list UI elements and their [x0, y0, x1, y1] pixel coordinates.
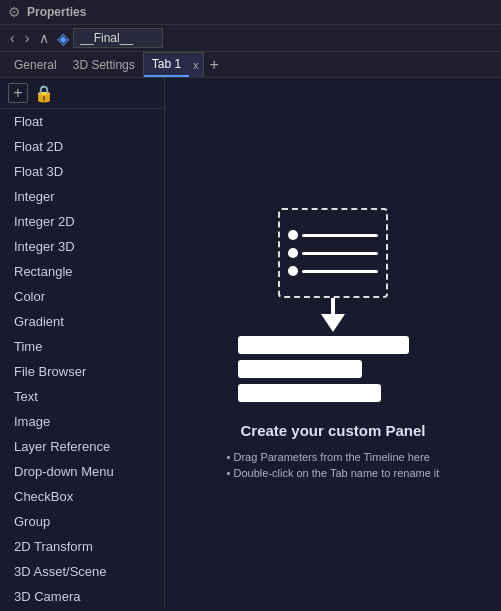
stack-icon: ◈ [57, 29, 69, 48]
sidebar: + 🔒 Float Float 2D Float 3D Integer Inte… [0, 78, 165, 609]
tabs-row: General 3D Settings Tab 1 x + [0, 52, 501, 78]
sidebar-toolbar: + 🔒 [0, 78, 164, 109]
slider-row-2 [288, 248, 378, 258]
sidebar-item-group[interactable]: Group [0, 509, 164, 534]
tab-3d-settings[interactable]: 3D Settings [65, 54, 143, 76]
slider-track-1 [302, 234, 378, 237]
sidebar-item-float[interactable]: Float [0, 109, 164, 134]
nav-back-button[interactable]: ‹ [6, 29, 19, 47]
sidebar-item-layer-reference[interactable]: Layer Reference [0, 434, 164, 459]
panel-illustration [238, 208, 428, 402]
sidebar-item-color[interactable]: Color [0, 284, 164, 309]
tab-1-close[interactable]: x [189, 57, 203, 73]
sidebar-item-float3d[interactable]: Float 3D [0, 159, 164, 184]
nav-input[interactable] [73, 28, 163, 48]
header: ⚙ Properties [0, 0, 501, 25]
create-panel-hints: • Drag Parameters from the Timeline here… [227, 451, 440, 479]
content-area: Create your custom Panel • Drag Paramete… [165, 78, 501, 609]
hint-1: • Drag Parameters from the Timeline here [227, 451, 440, 463]
sidebar-item-time[interactable]: Time [0, 334, 164, 359]
slider-knob-1 [288, 230, 298, 240]
sidebar-item-dropdown-menu[interactable]: Drop-down Menu [0, 459, 164, 484]
sidebar-add-button[interactable]: + [8, 83, 28, 103]
hint-2: • Double-click on the Tab name to rename… [227, 467, 440, 479]
slider-row-1 [288, 230, 378, 240]
bar-1 [238, 336, 409, 354]
slider-row-3 [288, 266, 378, 276]
nav-up-button[interactable]: ∧ [35, 29, 53, 47]
tab-1-container: Tab 1 x [143, 52, 204, 77]
bar-3 [238, 384, 381, 402]
slider-knob-2 [288, 248, 298, 258]
dashed-box [278, 208, 388, 298]
sidebar-item-file-browser[interactable]: File Browser [0, 359, 164, 384]
slider-track-2 [302, 252, 378, 255]
nav-row: ‹ › ∧ ◈ [0, 25, 501, 52]
nav-forward-button[interactable]: › [21, 29, 34, 47]
sidebar-list: Float Float 2D Float 3D Integer Integer … [0, 109, 164, 609]
tab-general[interactable]: General [6, 54, 65, 76]
header-title: Properties [27, 5, 86, 19]
main-layout: + 🔒 Float Float 2D Float 3D Integer Inte… [0, 78, 501, 609]
sidebar-item-integer2d[interactable]: Integer 2D [0, 209, 164, 234]
sidebar-item-checkbox[interactable]: CheckBox [0, 484, 164, 509]
sidebar-item-float2d[interactable]: Float 2D [0, 134, 164, 159]
sidebar-item-integer[interactable]: Integer [0, 184, 164, 209]
sidebar-item-gradient[interactable]: Gradient [0, 309, 164, 334]
properties-icon: ⚙ [8, 4, 21, 20]
bar-2 [238, 360, 362, 378]
tab-add-button[interactable]: + [204, 54, 225, 76]
bars-container [238, 336, 428, 402]
slider-track-3 [302, 270, 378, 273]
tab-1[interactable]: Tab 1 [144, 53, 189, 77]
sidebar-item-3d-asset-scene[interactable]: 3D Asset/Scene [0, 559, 164, 584]
sidebar-item-integer3d[interactable]: Integer 3D [0, 234, 164, 259]
lock-icon: 🔒 [34, 84, 54, 103]
sidebar-item-rectangle[interactable]: Rectangle [0, 259, 164, 284]
sidebar-item-2d-transform[interactable]: 2D Transform [0, 534, 164, 559]
create-panel-title: Create your custom Panel [240, 422, 425, 439]
sidebar-item-image[interactable]: Image [0, 409, 164, 434]
sidebar-item-3d-camera[interactable]: 3D Camera [0, 584, 164, 609]
slider-knob-3 [288, 266, 298, 276]
arrow-head [321, 314, 345, 332]
sidebar-item-text[interactable]: Text [0, 384, 164, 409]
